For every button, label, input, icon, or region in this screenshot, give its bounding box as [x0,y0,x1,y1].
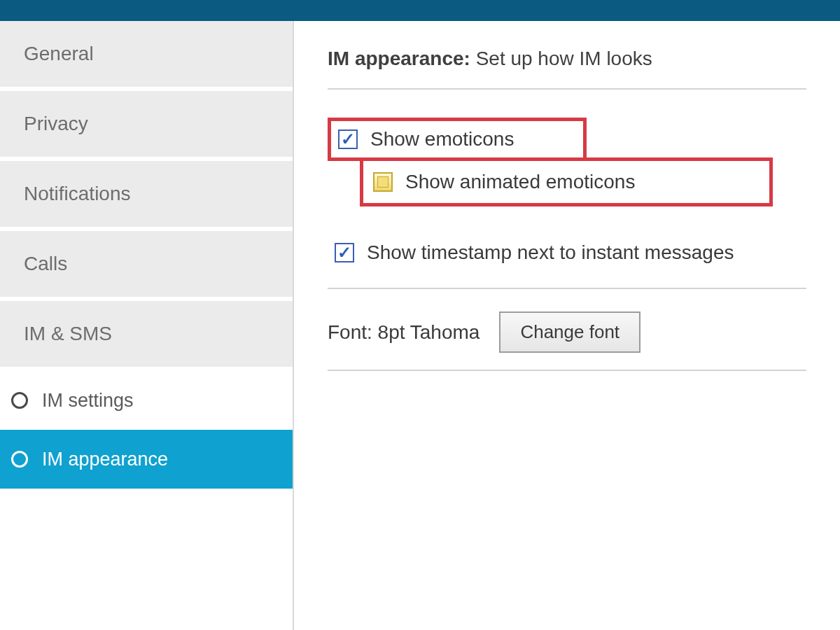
settings-main-panel: IM appearance: Set up how IM looks Show … [294,21,840,630]
sidebar-item-general[interactable]: General [0,21,293,91]
sidebar-item-label: Calls [24,253,67,275]
emoticons-options: Show emoticons Show animated emoticons [328,113,806,215]
option-show-animated-emoticons[interactable]: Show animated emoticons [363,161,769,203]
sidebar-item-im-sms[interactable]: IM & SMS [0,301,293,371]
circle-icon [11,451,28,468]
sidebar-item-label: Notifications [24,183,131,205]
option-label: Show timestamp next to instant messages [367,241,734,264]
checkbox-checked-icon[interactable] [338,130,358,149]
sidebar-item-calls[interactable]: Calls [0,231,293,301]
checkbox-mixed-icon[interactable] [373,172,393,192]
option-label: Show emoticons [370,128,514,150]
option-show-timestamp[interactable]: Show timestamp next to instant messages [328,234,806,271]
sidebar-item-label: General [24,43,94,65]
circle-icon [11,392,28,409]
section-header: IM appearance: Set up how IM looks [328,48,806,90]
sidebar-subitem-im-settings[interactable]: IM settings [0,371,293,430]
checkbox-checked-icon[interactable] [335,243,354,262]
sidebar-subitem-im-appearance[interactable]: IM appearance [0,430,293,489]
highlight-show-animated-emoticons: Show animated emoticons [360,158,773,206]
window-titlebar [0,0,840,21]
sidebar-item-label: IM & SMS [24,323,112,345]
divider [328,288,806,289]
sidebar-item-privacy[interactable]: Privacy [0,91,293,161]
font-row: Font: 8pt Tahoma Change font [328,306,806,371]
section-title: IM appearance: [328,48,470,69]
sidebar-item-label: Privacy [24,113,88,135]
font-value: 8pt Tahoma [378,321,480,343]
option-show-emoticons[interactable]: Show emoticons [331,121,583,158]
highlight-show-emoticons: Show emoticons [328,118,587,161]
sidebar-subitem-label: IM settings [42,390,134,412]
settings-sidebar: General Privacy Notifications Calls IM &… [0,21,294,630]
font-label: Font: 8pt Tahoma [328,321,479,344]
option-label: Show animated emoticons [405,171,635,193]
sidebar-subitem-label: IM appearance [42,449,168,470]
change-font-button[interactable]: Change font [499,312,640,353]
section-description: Set up how IM looks [470,48,652,69]
font-prefix: Font: [328,321,378,343]
sidebar-item-notifications[interactable]: Notifications [0,161,293,231]
settings-container: General Privacy Notifications Calls IM &… [0,21,840,630]
